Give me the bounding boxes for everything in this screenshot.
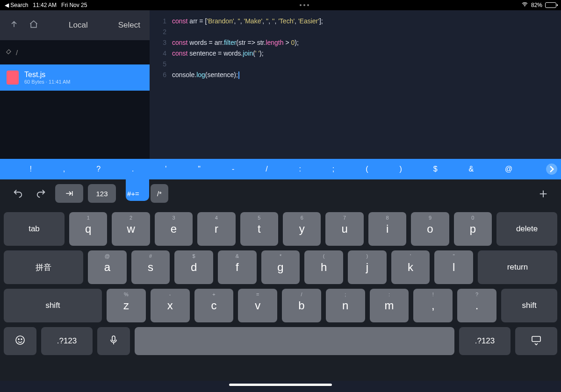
letter-key[interactable]: 7u	[325, 212, 363, 246]
select-button[interactable]: Select	[118, 21, 140, 30]
back-to-search[interactable]: ◀ Search	[5, 2, 28, 8]
multitask-dots[interactable]	[87, 4, 521, 6]
status-date: Fri Nov 25	[61, 2, 87, 8]
hide-keyboard-key[interactable]	[515, 327, 557, 355]
letter-key[interactable]: :m	[370, 289, 409, 322]
letter-key[interactable]: 1q	[69, 212, 107, 246]
return-key[interactable]: return	[478, 250, 557, 284]
symbol-key[interactable]: ,	[59, 163, 69, 175]
letter-key[interactable]: &f	[218, 250, 257, 284]
code-line[interactable]: 2	[150, 27, 561, 37]
status-time: 11:42 AM	[33, 2, 57, 8]
symbol-key[interactable]: -	[228, 163, 238, 175]
code-line[interactable]: 4const sentence = words.join(' ');	[150, 48, 561, 59]
code-line[interactable]: 3const words = arr.filter(str => str.len…	[150, 37, 561, 48]
add-button[interactable]: ＋	[534, 185, 553, 202]
symbol-pad-button[interactable]: #+=	[121, 184, 146, 203]
letter-key[interactable]: 9o	[411, 212, 449, 246]
letter-key[interactable]: =v	[238, 289, 277, 322]
symbol-key[interactable]: .	[128, 163, 137, 175]
line-number: 2	[150, 27, 172, 37]
comment-button[interactable]: /*	[151, 184, 168, 203]
sidebar-toolbar: Local Select	[0, 10, 150, 40]
location-label[interactable]: Local	[69, 21, 88, 30]
tag-icon	[6, 49, 12, 56]
svg-point-2	[16, 336, 24, 344]
symbol-key[interactable]: ;	[329, 163, 338, 175]
home-icon[interactable]	[29, 20, 38, 31]
svg-point-0	[525, 6, 525, 7]
letter-key[interactable]: )j	[348, 250, 387, 284]
symbol-key[interactable]: :	[295, 163, 305, 175]
home-indicator[interactable]	[229, 384, 332, 386]
path-bar[interactable]: /	[0, 40, 150, 64]
letter-key[interactable]: %z	[107, 289, 146, 322]
code-line[interactable]: 1const arr = ['Brandon', '', 'Make', '',…	[150, 16, 561, 27]
up-icon[interactable]	[9, 20, 19, 31]
keyboard-accessory-bar: 123 #+= /* ＋	[0, 179, 561, 207]
symbol-key[interactable]: !	[26, 163, 35, 175]
letter-key[interactable]: @a	[88, 250, 127, 284]
status-bar: ◀ Search 11:42 AM Fri Nov 25 82%	[0, 0, 561, 10]
symbol-key[interactable]: '	[161, 163, 170, 175]
undo-button[interactable]	[8, 184, 27, 203]
letter-key[interactable]: ;n	[326, 289, 365, 322]
emoji-key[interactable]	[4, 327, 36, 355]
file-sidebar: Local Select / Test.js 60 Bytes · 11:41 …	[0, 10, 150, 159]
letter-key[interactable]: "l	[434, 250, 473, 284]
space-key[interactable]	[135, 327, 454, 355]
letter-key[interactable]: 6y	[283, 212, 321, 246]
line-number: 6	[150, 70, 172, 80]
letter-key[interactable]: *g	[261, 250, 300, 284]
symbol-key[interactable]: $	[430, 163, 441, 175]
delete-key[interactable]: delete	[496, 212, 557, 246]
ime-key[interactable]: 拼音	[4, 250, 83, 284]
shift-key[interactable]: shift	[4, 289, 102, 322]
file-meta: 60 Bytes · 11:41 AM	[24, 79, 70, 85]
line-number: 3	[150, 37, 172, 48]
letter-key[interactable]: #s	[131, 250, 170, 284]
battery-percent: 82%	[531, 2, 542, 8]
more-symbols-button[interactable]	[542, 160, 561, 178]
letter-key[interactable]: (h	[304, 250, 343, 284]
symbol-key[interactable]: /	[262, 163, 271, 175]
symbol-key[interactable]: ?	[93, 163, 104, 175]
letter-key[interactable]: 0p	[454, 212, 492, 246]
symbol-key[interactable]: (	[362, 163, 372, 175]
tab-key-button[interactable]	[55, 184, 83, 203]
punct-key[interactable]: ?.	[457, 289, 496, 322]
code-line[interactable]: 5	[150, 59, 561, 70]
numeric-key[interactable]: .?123	[459, 327, 511, 355]
svg-rect-6	[532, 336, 540, 342]
tab-key[interactable]: tab	[4, 212, 65, 246]
redo-button[interactable]	[32, 184, 50, 203]
letter-key[interactable]: 4r	[197, 212, 235, 246]
symbol-key[interactable]: "	[194, 163, 204, 175]
letter-key[interactable]: -x	[151, 289, 190, 322]
code-line[interactable]: 6console.log(sentence);	[150, 70, 561, 80]
wifi-icon	[521, 1, 528, 9]
symbol-key[interactable]: &	[465, 163, 478, 175]
letter-key[interactable]: 5t	[240, 212, 278, 246]
mic-key[interactable]	[97, 327, 130, 355]
letter-key[interactable]: 8i	[368, 212, 406, 246]
letter-key[interactable]: 'k	[391, 250, 430, 284]
letter-key[interactable]: 2w	[112, 212, 150, 246]
symbol-key[interactable]: )	[396, 163, 405, 175]
code-editor[interactable]: 1const arr = ['Brandon', '', 'Make', '',…	[150, 10, 561, 159]
letter-key[interactable]: $d	[174, 250, 213, 284]
shift-key[interactable]: shift	[501, 289, 557, 322]
symbol-key[interactable]: @	[501, 163, 516, 175]
battery-icon	[545, 2, 556, 8]
svg-point-4	[21, 339, 22, 340]
letter-key[interactable]: 3e	[155, 212, 193, 246]
letter-key[interactable]: +c	[194, 289, 234, 322]
punct-key[interactable]: !,	[413, 289, 453, 322]
js-file-icon	[7, 71, 19, 85]
file-row[interactable]: Test.js 60 Bytes · 11:41 AM	[0, 64, 150, 91]
numeric-key[interactable]: .?123	[41, 327, 93, 355]
number-pad-button[interactable]: 123	[88, 184, 116, 203]
svg-point-3	[18, 339, 19, 340]
home-indicator-area	[0, 381, 561, 392]
letter-key[interactable]: /b	[282, 289, 321, 322]
